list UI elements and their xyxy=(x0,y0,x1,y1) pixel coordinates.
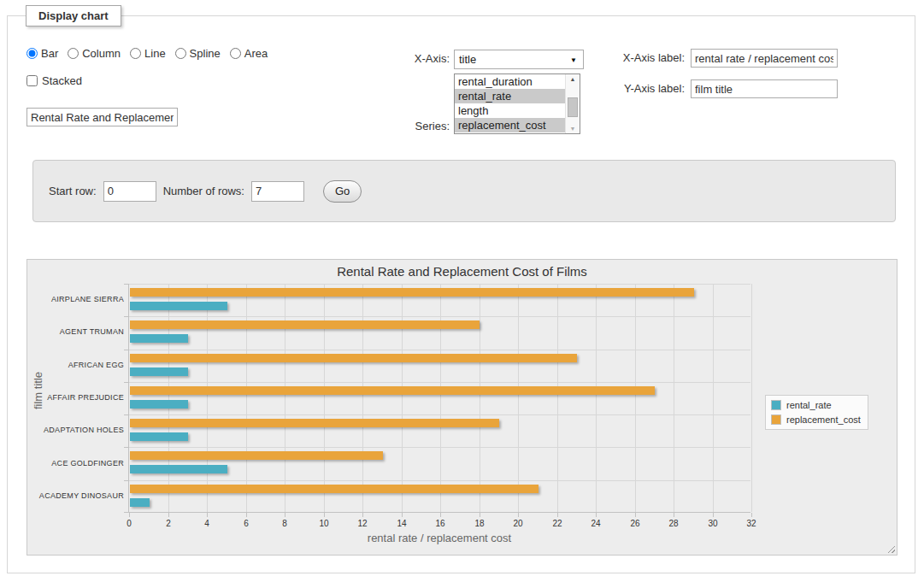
y-axis-tick xyxy=(124,316,129,317)
x-axis-tick xyxy=(674,513,674,517)
scrollbar-up-icon[interactable]: ▲ xyxy=(566,76,580,82)
bar-rental_rate xyxy=(130,498,150,507)
bar-rental_rate xyxy=(130,367,188,376)
bar-replacement_cost xyxy=(130,320,480,329)
x-tick-label: 30 xyxy=(700,519,726,528)
series-option-rental_duration[interactable]: rental_duration xyxy=(455,74,565,89)
plot-area: AIRPLANE SIERRAAGENT TRUMANAFRICAN EGGAF… xyxy=(128,284,750,513)
chart-type-option-line[interactable]: Line xyxy=(130,47,166,60)
series-list-label: Series: xyxy=(367,117,450,136)
bar-replacement_cost xyxy=(130,354,577,362)
chart-title: Rental Rate and Replacement Cost of Film… xyxy=(27,264,897,279)
chart-type-option-column[interactable]: Column xyxy=(68,47,121,60)
x-axis-tick xyxy=(246,513,247,517)
category-label: AFRICAN EGG xyxy=(30,361,124,369)
series-option-replacement_cost[interactable]: replacement_cost xyxy=(455,118,565,132)
bar-replacement_cost xyxy=(130,419,499,427)
x-axis-tick xyxy=(635,513,636,517)
grid-line-vertical xyxy=(751,284,752,512)
scrollbar-down-icon[interactable]: ▼ xyxy=(566,126,580,132)
xaxis-select[interactable]: title ▼ xyxy=(454,50,584,69)
x-tick-label: 28 xyxy=(661,519,686,528)
chart-type-option-label: Spline xyxy=(190,47,221,60)
grid-line-horizontal xyxy=(129,447,750,448)
go-button[interactable]: Go xyxy=(323,180,362,203)
category-label: AGENT TRUMAN xyxy=(30,327,124,336)
resize-handle-icon[interactable] xyxy=(886,544,895,553)
grid-line-vertical xyxy=(285,284,285,512)
start-row-input[interactable] xyxy=(103,181,156,202)
number-of-rows-input[interactable] xyxy=(251,181,304,202)
grid-line-vertical xyxy=(596,284,597,512)
x-axis-tick xyxy=(518,513,519,517)
category-label: AIRPLANE SIERRA xyxy=(30,295,124,303)
category-label: ACE GOLDFINGER xyxy=(30,459,124,467)
grid-line-vertical xyxy=(674,284,674,512)
series-option-rental_rate[interactable]: rental_rate xyxy=(455,89,565,103)
bar-rental_rate xyxy=(130,465,227,473)
xaxis-select-label: X-Axis: xyxy=(367,50,450,68)
x-tick-label: 32 xyxy=(739,519,764,528)
stacked-checkbox[interactable] xyxy=(26,75,38,86)
y-axis-tick xyxy=(124,382,129,383)
grid-line-horizontal xyxy=(129,284,750,285)
row-controls: Start row: Number of rows: Go xyxy=(32,160,896,222)
chart-xaxis-title: rental rate / replacement cost xyxy=(128,532,750,544)
series-options: rental_durationrental_ratelengthreplacem… xyxy=(455,74,580,132)
legend-label: replacement_cost xyxy=(786,414,861,425)
chart-type-option-label: Line xyxy=(144,47,166,60)
display-chart-panel: Display chart BarColumnLineSplineArea St… xyxy=(7,15,915,573)
chart-type-option-label: Column xyxy=(82,47,121,60)
chart-type-option-bar[interactable]: Bar xyxy=(26,47,58,60)
chart-type-option-label: Bar xyxy=(41,47,58,60)
bar-replacement_cost xyxy=(130,451,383,460)
chart-type-radio-bar[interactable] xyxy=(26,48,38,59)
series-option-length[interactable]: length xyxy=(455,103,565,118)
chart-type-radio-line[interactable] xyxy=(130,48,141,59)
y-axis-tick xyxy=(124,284,129,285)
bar-rental_rate xyxy=(130,432,188,441)
grid-line-vertical xyxy=(480,284,480,512)
y-axis-tick xyxy=(124,350,129,350)
xaxis-label-input[interactable] xyxy=(691,49,838,68)
scrollbar-thumb[interactable] xyxy=(568,97,578,117)
chart-type-radio-area[interactable] xyxy=(230,48,241,59)
legend-swatch-rental_rate xyxy=(771,400,781,410)
x-tick-label: 18 xyxy=(467,519,492,528)
legend-label: rental_rate xyxy=(786,400,832,410)
series-listbox[interactable]: rental_durationrental_ratelengthreplacem… xyxy=(454,73,580,134)
chart-legend: rental_ratereplacement_cost xyxy=(765,395,868,430)
x-tick-label: 24 xyxy=(583,519,609,528)
grid-line-vertical xyxy=(402,284,403,512)
bar-rental_rate xyxy=(130,400,188,409)
grid-line-vertical xyxy=(362,284,363,512)
stacked-option[interactable]: Stacked xyxy=(26,74,82,87)
chart-type-option-spline[interactable]: Spline xyxy=(175,47,221,60)
chart-title-input[interactable] xyxy=(26,108,178,126)
grid-line-vertical xyxy=(557,284,558,512)
yaxis-label-input[interactable] xyxy=(691,79,838,98)
grid-line-vertical xyxy=(168,284,169,512)
chart-type-option-area[interactable]: Area xyxy=(230,47,268,60)
start-row-label: Start row: xyxy=(49,185,97,197)
yaxis-label-caption: Y-Axis label: xyxy=(589,79,685,98)
x-axis-tick xyxy=(129,513,130,517)
xaxis-label-caption: X-Axis label: xyxy=(589,49,685,68)
page: Display chart BarColumnLineSplineArea St… xyxy=(0,0,924,582)
x-axis-tick xyxy=(480,513,480,517)
x-tick-label: 20 xyxy=(505,519,531,528)
x-tick-label: 12 xyxy=(350,519,375,528)
grid-line-horizontal xyxy=(129,350,750,350)
grid-line-vertical xyxy=(713,284,714,512)
category-label: ACADEMY DINOSAUR xyxy=(30,491,124,500)
x-tick-label: 14 xyxy=(389,519,415,528)
series-scrollbar[interactable]: ▲ ▼ xyxy=(565,74,580,133)
legend-swatch-replacement_cost xyxy=(771,414,781,425)
legend-item-replacement_cost[interactable]: replacement_cost xyxy=(771,414,861,425)
stacked-label: Stacked xyxy=(42,74,82,87)
x-axis-tick xyxy=(402,513,403,517)
chart-type-radio-spline[interactable] xyxy=(175,48,186,59)
chart-type-radio-column[interactable] xyxy=(68,48,79,59)
x-tick-label: 16 xyxy=(427,519,453,528)
legend-item-rental_rate[interactable]: rental_rate xyxy=(771,400,861,410)
